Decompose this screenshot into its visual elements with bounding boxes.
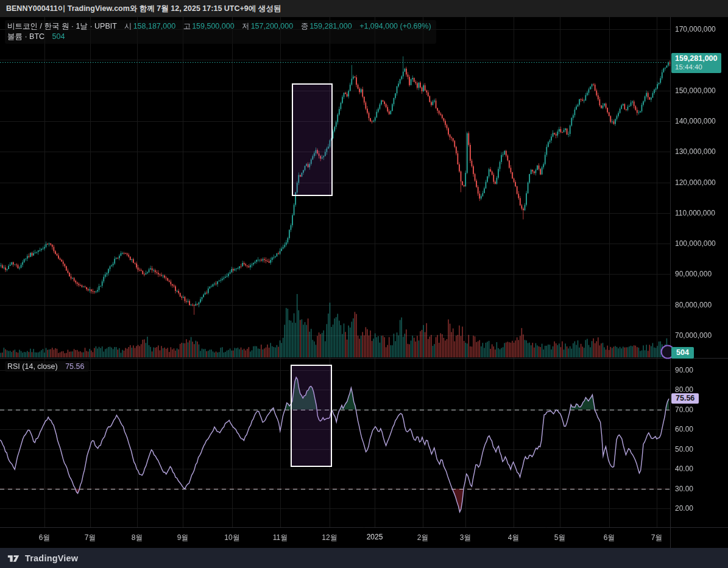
volume-legend-row[interactable]: 볼륨 · BTC 504 — [7, 32, 431, 42]
price-tick-label: 70,000,000 — [675, 331, 712, 340]
time-tick-label: 3월 — [460, 533, 472, 543]
rsi-tick-label: 30.00 — [675, 485, 693, 493]
price-tick-label: 120,000,000 — [675, 178, 716, 187]
high-label: 고 — [183, 22, 191, 30]
time-axis[interactable]: 6월7월8월9월10월11월12월20252월3월4월5월6월7월 — [0, 527, 728, 548]
tradingview-logo-icon[interactable] — [7, 552, 20, 564]
time-tick-label: 9월 — [177, 533, 189, 543]
attribution-bar: BENNY000411이 TradingView.com와 함께 7월 12, … — [0, 0, 728, 17]
chart-area: 비트코인 / 한국 원 · 1날 · UPBIT 시158,187,000 고1… — [0, 17, 728, 548]
open-value: 158,187,000 — [133, 22, 176, 30]
rsi-axis[interactable]: 90.0080.0070.0060.0050.0040.0030.0020.00 — [670, 358, 728, 527]
bar-countdown: 15:44:40 — [675, 63, 721, 71]
footer-bar: TradingView — [0, 548, 728, 568]
symbol-legend[interactable]: 비트코인 / 한국 원 · 1날 · UPBIT 시158,187,000 고1… — [5, 20, 436, 44]
time-tick-label: 6월 — [39, 533, 51, 543]
rsi-badge: 75.56 — [671, 393, 699, 404]
close-label: 종 — [301, 22, 309, 30]
time-tick-label: 4월 — [508, 533, 520, 543]
low-value: 157,200,000 — [251, 22, 294, 30]
symbol-title: 비트코인 / 한국 원 · 1날 · UPBIT — [7, 22, 117, 30]
price-tick-label: 130,000,000 — [675, 147, 716, 156]
time-tick-label: 10월 — [224, 533, 239, 543]
close-value: 159,281,000 — [309, 22, 352, 30]
price-tick-label: 150,000,000 — [675, 86, 716, 95]
change-value: +1,094,000 (+0.69%) — [359, 22, 431, 30]
tradingview-brand-text[interactable]: TradingView — [25, 553, 78, 563]
rsi-tick-label: 40.00 — [675, 465, 693, 473]
volume-title: 볼륨 · BTC — [7, 32, 44, 41]
time-tick-label: 5월 — [554, 533, 566, 543]
time-tick-label: 7월 — [85, 533, 96, 543]
time-tick-label: 8월 — [132, 533, 143, 543]
rsi-tick-label: 60.00 — [675, 425, 693, 433]
rsi-tick-label: 90.00 — [675, 366, 693, 374]
time-tick-label: 6월 — [604, 533, 615, 543]
time-tick-label: 2025 — [367, 533, 383, 541]
symbol-legend-row[interactable]: 비트코인 / 한국 원 · 1날 · UPBIT 시158,187,000 고1… — [7, 21, 431, 32]
price-tick-label: 170,000,000 — [675, 25, 716, 33]
time-tick-label: 11월 — [273, 533, 288, 543]
rsi-value: 75.56 — [65, 362, 84, 371]
price-tick-label: 100,000,000 — [675, 239, 716, 248]
highlight-box-rsi[interactable] — [291, 365, 332, 467]
low-label: 저 — [242, 22, 250, 30]
time-tick-label: 7월 — [651, 533, 663, 543]
time-tick-label: 12월 — [322, 533, 337, 543]
last-price-badge: 159,281,000 15:44:40 — [671, 53, 721, 73]
chart-canvas[interactable] — [0, 17, 728, 548]
price-tick-label: 90,000,000 — [675, 270, 712, 278]
open-label: 시 — [124, 22, 132, 30]
volume-badge: 504 — [671, 347, 694, 359]
rsi-title: RSI (14, close) — [7, 362, 58, 371]
price-tick-label: 140,000,000 — [675, 117, 716, 125]
price-tick-label: 80,000,000 — [675, 301, 712, 309]
attribution-text: BENNY000411이 TradingView.com와 함께 7월 12, … — [6, 4, 281, 13]
rsi-tick-label: 20.00 — [675, 504, 693, 513]
last-price-value: 159,281,000 — [675, 54, 721, 63]
price-tick-label: 110,000,000 — [675, 209, 715, 217]
time-tick-label: 2월 — [417, 533, 429, 543]
rsi-legend-row[interactable]: RSI (14, close) 75.56 — [5, 361, 89, 372]
highlight-box-price[interactable] — [292, 83, 333, 196]
high-value: 159,500,000 — [192, 22, 235, 30]
rsi-tick-label: 50.00 — [675, 445, 693, 454]
volume-value: 504 — [52, 32, 65, 41]
rsi-tick-label: 70.00 — [675, 405, 693, 414]
